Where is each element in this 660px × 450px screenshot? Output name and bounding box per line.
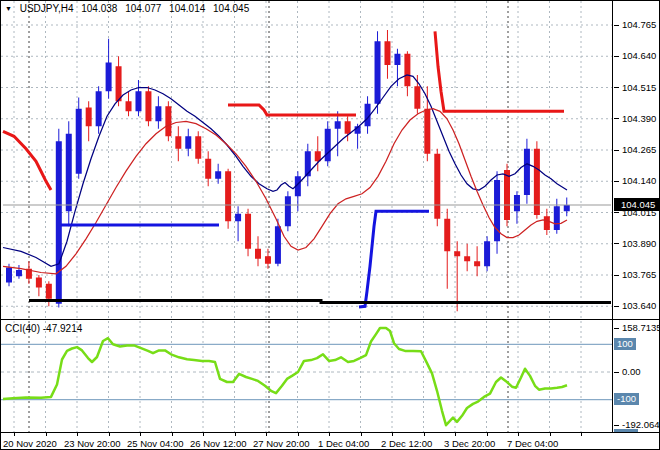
candle: [175, 126, 181, 161]
candle: [116, 56, 122, 106]
candle: [285, 191, 291, 231]
candle: [135, 80, 141, 116]
time-axis-label: 1 Dec 04:00: [318, 438, 369, 449]
time-axis-tick: [581, 433, 582, 436]
time-axis-label: 23 Nov 20:00: [64, 438, 121, 449]
candle: [564, 198, 570, 217]
time-axis-tick: [298, 433, 299, 436]
candle: [325, 121, 331, 166]
chart-symbol-label: USDJPY,H4: [20, 3, 74, 14]
candle: [514, 191, 520, 224]
ohlc-close: 104.045: [213, 3, 249, 14]
price-axis-tick: [614, 150, 619, 151]
time-axis-tick: [46, 433, 47, 436]
main-chart-pane[interactable]: [1, 1, 613, 319]
price-axis-tick: [614, 275, 619, 276]
cci-indicator-pane[interactable]: [1, 321, 613, 432]
pane-separator[interactable]: [1, 319, 660, 320]
indicator-name-label: CCI(40) -47.9214: [5, 323, 82, 335]
time-axis-tick: [329, 433, 330, 436]
time-axis-tick: [235, 433, 236, 436]
time-axis[interactable]: 20 Nov 202023 Nov 20:0025 Nov 04:0026 No…: [1, 433, 660, 450]
price-axis-tick: [614, 181, 619, 182]
candle: [335, 111, 341, 156]
candle: [434, 149, 440, 227]
price-axis-tick: [614, 25, 619, 26]
ma-slow-red: [3, 109, 567, 274]
candle: [26, 261, 32, 284]
current-price-box: 104.045: [614, 198, 660, 211]
candle: [36, 275, 42, 296]
chart-title-bar: ▼ USDJPY,H4 104.038 104.077 104.014 104.…: [5, 3, 254, 15]
stop-level-black: [29, 301, 611, 303]
candles-layer: [6, 30, 570, 311]
candle: [524, 139, 530, 204]
time-axis-tick: [361, 433, 362, 436]
candle: [484, 236, 490, 271]
time-axis-label: 25 Nov 04:00: [127, 438, 184, 449]
indicator-axis-tick: [614, 425, 619, 426]
candle: [96, 86, 102, 134]
ohlc-open: 104.038: [81, 3, 117, 14]
time-axis-label: 7 Dec 04:00: [507, 438, 558, 449]
candle: [155, 96, 161, 129]
price-axis-label: 104.140: [622, 175, 656, 186]
candle: [106, 39, 112, 99]
time-axis-tick: [109, 433, 110, 436]
indicator-axis-tick: [614, 372, 619, 373]
time-axis-label: 2 Dec 12:00: [381, 438, 432, 449]
candlestick-chart[interactable]: [1, 1, 613, 319]
time-axis-tick: [14, 433, 15, 436]
time-axis-tick: [392, 433, 393, 436]
candle: [66, 121, 72, 226]
indicator-axis[interactable]: 158.71351000.00-100-192.0645: [613, 321, 660, 432]
candle: [16, 265, 22, 279]
time-axis-label: 20 Nov 2020: [3, 438, 57, 449]
time-axis-tick: [266, 433, 267, 436]
price-axis-label: 103.890: [622, 238, 656, 249]
candle: [185, 129, 191, 157]
candle: [384, 30, 390, 79]
candle: [245, 209, 251, 257]
price-axis-label: 104.265: [622, 144, 656, 155]
price-axis-tick: [614, 118, 619, 119]
mt4-chart-window: ▼ USDJPY,H4 104.038 104.077 104.014 104.…: [0, 0, 660, 450]
candle: [305, 144, 311, 187]
candle: [494, 171, 500, 254]
price-axis-tick: [614, 212, 619, 213]
ohlc-high: 104.077: [125, 3, 161, 14]
candle: [315, 136, 321, 171]
candle: [165, 101, 171, 141]
time-axis-tick: [550, 433, 551, 436]
cci-chart[interactable]: [1, 321, 613, 432]
candle: [56, 129, 62, 308]
cci-level-badge-clipped: [614, 429, 638, 432]
time-axis-tick: [424, 433, 425, 436]
symbol-dropdown-icon[interactable]: ▼: [5, 5, 12, 12]
candle: [46, 281, 52, 306]
candle: [235, 206, 241, 241]
time-axis-tick: [518, 433, 519, 436]
time-axis-label: 26 Nov 12:00: [190, 438, 247, 449]
price-axis[interactable]: 104.045 104.765104.640104.515104.390104.…: [613, 1, 660, 319]
candle: [255, 236, 261, 266]
price-axis-label: 104.515: [622, 82, 656, 93]
resistance-step-3: [435, 31, 564, 111]
price-axis-label: 103.640: [622, 300, 656, 311]
price-axis-label: 104.390: [622, 113, 656, 124]
time-axis-tick: [77, 433, 78, 436]
price-axis-tick: [614, 306, 619, 307]
candle: [225, 169, 231, 229]
candle: [504, 164, 510, 227]
candle: [444, 209, 450, 289]
price-axis-label: 104.640: [622, 50, 656, 61]
cci-scale-label: 0.00: [622, 366, 641, 377]
candle: [474, 246, 480, 276]
indicator-axis-tick: [614, 328, 619, 329]
ohlc-low: 104.014: [169, 3, 205, 14]
candle: [195, 131, 201, 164]
candle: [126, 91, 132, 116]
candle: [86, 101, 92, 141]
price-axis-tick: [614, 87, 619, 88]
candle: [145, 86, 151, 126]
